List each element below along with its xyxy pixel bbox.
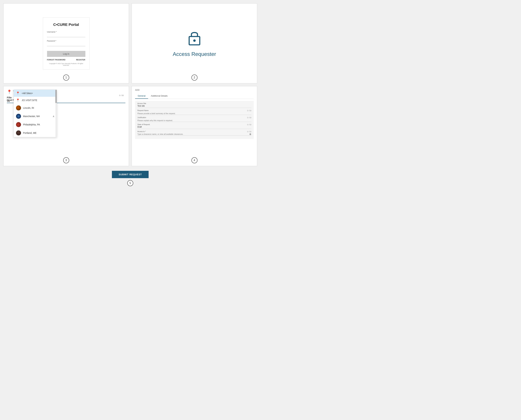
access-to-input-row: ⊕	[137, 133, 251, 136]
login-links: FORGOT PASSWORD REGISTER	[47, 59, 85, 61]
panel4-content: ADD General Additional Details Access Si…	[132, 86, 257, 142]
access-to-search-icon[interactable]: ⊕	[249, 133, 251, 135]
username-field: Username *	[47, 31, 85, 37]
login-title: C•CURE Portal	[47, 22, 85, 27]
submit-row: SUBMIT REQUEST 5	[112, 171, 149, 186]
avatar-philadelphia	[16, 122, 21, 127]
justification-row: Justification 0 / 50	[137, 117, 251, 122]
request-name-row: Request Name 0 / 50	[137, 110, 251, 115]
step-number-3: 3	[63, 157, 69, 163]
password-input[interactable]	[47, 42, 85, 46]
username-label: Username *	[47, 31, 85, 33]
panel-access-requester: Access Requester 2	[132, 3, 257, 83]
password-label: Password *	[47, 40, 85, 42]
forgot-password-link[interactable]: FORGOT PASSWORD	[47, 59, 66, 61]
svg-point-1	[193, 39, 196, 42]
portland-label: Portland, ME	[23, 132, 37, 134]
access-to-row: Access to * 0 / 50 ⊕	[137, 131, 251, 136]
pin-icon-jci: 📍	[16, 98, 20, 102]
request-name-header: Request Name 0 / 50	[137, 110, 251, 112]
state-label: State of Request	[137, 124, 150, 125]
dropdown-scrollbar	[55, 90, 57, 137]
state-of-request-row: State of Request 0 / 50 Draft	[137, 124, 251, 129]
char-count-panel3: 0 / 50	[119, 94, 124, 96]
dropdown-item-all-sites[interactable]: 📍 <All Sites>	[14, 90, 57, 97]
state-header: State of Request 0 / 50	[137, 124, 251, 126]
panel-login: C•CURE Portal Username * Password * Log …	[3, 3, 129, 83]
access-site-value: Test site	[137, 105, 251, 108]
avatar-lincoln	[16, 105, 21, 110]
dropdown-item-lincoln[interactable]: Lincoln, RI	[14, 104, 57, 112]
avatar-portland	[16, 130, 21, 135]
access-requester-title: Access Requester	[173, 51, 216, 57]
request-name-label: Request Name	[137, 110, 149, 112]
form-tabs: General Additional Details	[135, 93, 254, 99]
copyright-text: Copyright © 2022 Tyco Security Products.…	[47, 63, 85, 66]
justification-char-limit: 0 / 50	[247, 117, 251, 119]
avatar-manchester	[16, 114, 21, 119]
panel-sites: 📍 Vi Filte 📍 <All Sites> 📍	[3, 86, 129, 166]
dropdown-item-philadelphia[interactable]: Philadelphia, PA	[14, 120, 57, 129]
jci-label: JCI.VISIT.SITE	[22, 99, 37, 102]
login-button[interactable]: Log in	[47, 51, 85, 57]
justification-input[interactable]	[137, 119, 251, 122]
tab-additional-details[interactable]: Additional Details	[148, 93, 170, 99]
sites-dropdown: 📍 <All Sites> 📍 JCI.VISIT.SITE Lincoln, …	[14, 90, 57, 137]
step-number-5: 5	[127, 180, 133, 186]
state-char-limit: 0 / 50	[247, 124, 251, 126]
chevron-up-icon: ∧	[53, 115, 54, 118]
lock-icon	[186, 30, 203, 47]
request-name-char-limit: 0 / 50	[247, 110, 251, 112]
all-sites-label: <All Sites>	[22, 92, 33, 95]
philadelphia-label: Philadelphia, PA	[23, 123, 40, 126]
manchester-label: Manchester, NH	[23, 115, 40, 118]
step-number-2: 2	[192, 75, 197, 81]
pin-icon-all-sites: 📍	[16, 91, 20, 95]
password-field: Password *	[47, 40, 85, 46]
access-to-header: Access to * 0 / 50	[137, 131, 251, 133]
scrollbar-thumb	[55, 90, 57, 103]
step-number-4: 4	[192, 157, 197, 163]
panel3-content: 📍 Vi Filte 📍 <All Sites> 📍	[3, 86, 129, 106]
lincoln-label: Lincoln, RI	[23, 107, 34, 109]
access-site-label: Access Site	[137, 103, 251, 105]
panel-add-form: ADD General Additional Details Access Si…	[132, 86, 257, 166]
access-to-char-limit: 0 / 50	[247, 131, 251, 133]
access-to-input[interactable]	[137, 133, 249, 135]
location-icon-large: 📍	[7, 90, 12, 94]
dropdown-item-manchester[interactable]: Manchester, NH ∧	[14, 112, 57, 120]
username-input[interactable]	[47, 33, 85, 37]
access-site-row: Access Site Test site	[137, 103, 251, 108]
dropdown-item-portland[interactable]: Portland, ME	[14, 129, 57, 137]
register-link[interactable]: REGISTER	[76, 59, 85, 61]
request-name-input[interactable]	[137, 112, 251, 115]
login-box: C•CURE Portal Username * Password * Log …	[43, 17, 89, 69]
access-to-label: Access to *	[137, 131, 146, 132]
tab-general[interactable]: General	[135, 93, 148, 99]
state-value: Draft	[137, 126, 251, 129]
form-section: Access Site Test site Request Name 0 / 5…	[135, 101, 254, 139]
step-number-1: 1	[63, 75, 69, 81]
justification-header: Justification 0 / 50	[137, 117, 251, 119]
dropdown-item-jci[interactable]: 📍 JCI.VISIT.SITE	[14, 97, 57, 104]
justification-label: Justification	[137, 117, 146, 118]
add-label: ADD	[135, 89, 254, 91]
submit-request-button[interactable]: SUBMIT REQUEST	[112, 171, 149, 178]
